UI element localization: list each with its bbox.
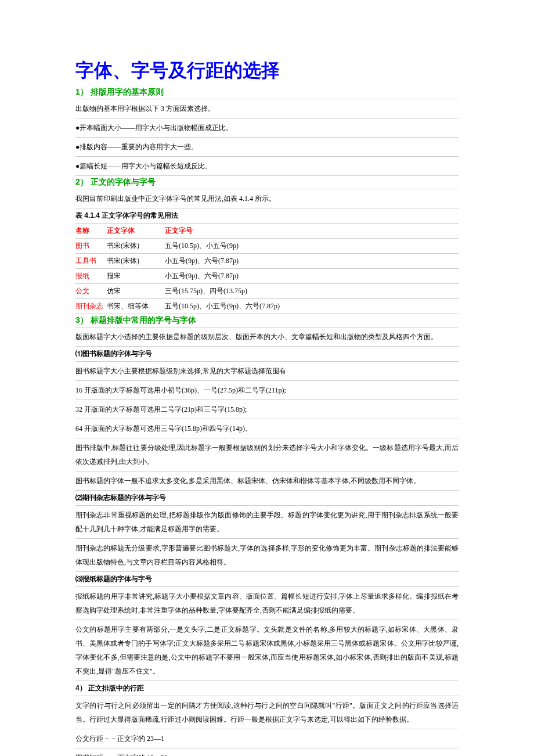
cell-size: 五号(10.5p)、小五号(9p) <box>165 241 459 251</box>
line-spacing-2: 图书行距－－正文字的 12—23 <box>75 748 459 756</box>
bullet-3: ●篇幅长短——用字大小与篇幅长短成反比。 <box>75 157 459 176</box>
th-size: 正文字号 <box>165 226 459 236</box>
cell-name: 公文 <box>75 286 107 296</box>
para: 报纸标题的用字非常讲究,标题字大小要根据文章内容、版面位置、篇幅长短进行安排,字… <box>75 587 459 620</box>
section-3-intro: 版面标题字大小选择的主要依据是标题的级别层次、版面开本的大小、文章篇幅长短和出版… <box>75 327 459 347</box>
table-header: 名称 正文字体 正文字号 <box>75 224 459 239</box>
cell-size: 小五号(9p)、六号(7.87p) <box>165 271 459 281</box>
cell-size: 小五号(9p)、六号(7.87p) <box>165 256 459 266</box>
section-1-heading: 1） 排版用字的基本原则 <box>75 86 459 99</box>
table-caption: 表 4.1.4 正文字体字号的常见用法 <box>75 208 459 224</box>
para: 公文的标题用字主要有两部分,一是文头字,二是正文标题字。文头就是文件的名称,多用… <box>75 620 459 681</box>
table-row: 工具书 书宋(宋体) 小五号(9p)、六号(7.87p) <box>75 254 459 269</box>
cell-name: 报纸 <box>75 271 107 281</box>
table-row: 报纸 报宋 小五号(9p)、六号(7.87p) <box>75 269 459 284</box>
th-name: 名称 <box>75 226 107 236</box>
section-4-intro: 文字的行与行之间必须留出一定的间隔才方便阅读,这种行与行之间的空白间隔就叫"行距… <box>75 696 459 729</box>
para: 图书标题的字体一般不追求太多变化,多是采用黑体、标题宋体、仿宋体和楷体等基本字体… <box>75 471 459 491</box>
cell-font: 书宋、细等体 <box>107 301 165 311</box>
para: 期刊杂志的标题无分级要求,字形普遍要比图书标题大,字体的选择多样,字形的变化修饰… <box>75 539 459 572</box>
section-2-intro: 我国目前印刷出版业中正文字体字号的常见用法,如表 4.1.4 所示。 <box>75 189 459 208</box>
table-row: 期刊杂志 书宋、细等体 五号(10.5p)、小五号(9p)、六号(7.87p) <box>75 299 459 314</box>
section-3-heading: 3） 标题排版中常用的字号与字体 <box>75 314 459 327</box>
table-row: 图书 书宋(宋体) 五号(10.5p)、小五号(9p) <box>75 239 459 254</box>
para: 图书排版中,标题往往要分级处理,因此标题字一般要根据级别的划分来选择字号大小和字… <box>75 438 459 471</box>
para: 32 开版面的大字标题可选用二号字(21p)和三号字(15.8p); <box>75 400 459 419</box>
line-spacing-1: 公文行距－－正文字的 23—1 <box>75 729 459 748</box>
section-1-intro: 出版物的基本用字根据以下 3 方面因素选择。 <box>75 99 459 118</box>
para: 64 开版面的大字标题可选用三号字(15.8p)和四号字(14p)。 <box>75 419 459 438</box>
para: 期刊杂志非常重视标题的处理,把标题排版作为版面修饰的主要手段。标题的字体变化更为… <box>75 506 459 539</box>
section-2-heading: 2） 正文的字体与字号 <box>75 176 459 189</box>
subsection-3-1-heading: ⑴图书标题的字体与字号 <box>75 347 459 362</box>
section-4-heading: 4） 正文排版中的行距 <box>75 681 459 696</box>
bullet-1: ●开本幅面大小——用字大小与出版物幅面成正比。 <box>75 118 459 138</box>
table-row: 公文 仿宋 三号(15.75p)、四号(13.75p) <box>75 284 459 299</box>
cell-font: 仿宋 <box>107 286 165 296</box>
para: 图书标题字大小主要根据标题级别来选择,常见的大字标题选择范围有 <box>75 362 459 381</box>
cell-name: 工具书 <box>75 256 107 266</box>
cell-name: 图书 <box>75 241 107 251</box>
cell-font: 书宋(宋体) <box>107 256 165 266</box>
document-title: 字体、字号及行距的选择 <box>75 58 459 84</box>
th-font: 正文字体 <box>107 226 165 236</box>
cell-font: 报宋 <box>107 271 165 281</box>
para: 16 开版面的大字标题可选用小初号(36p)、一号(27.5p)和二号字(211… <box>75 381 459 400</box>
cell-font: 书宋(宋体) <box>107 241 165 251</box>
cell-name: 期刊杂志 <box>75 301 107 311</box>
subsection-3-2-heading: ⑵期刊杂志标题的字体与字号 <box>75 491 459 506</box>
subsection-3-3-heading: ⑶报纸标题的字体与字号 <box>75 572 459 587</box>
cell-size: 三号(15.75p)、四号(13.75p) <box>165 286 459 296</box>
bullet-2: ●排版内容——重要的内容用字大一些。 <box>75 138 459 157</box>
cell-size: 五号(10.5p)、小五号(9p)、六号(7.87p) <box>165 301 459 311</box>
